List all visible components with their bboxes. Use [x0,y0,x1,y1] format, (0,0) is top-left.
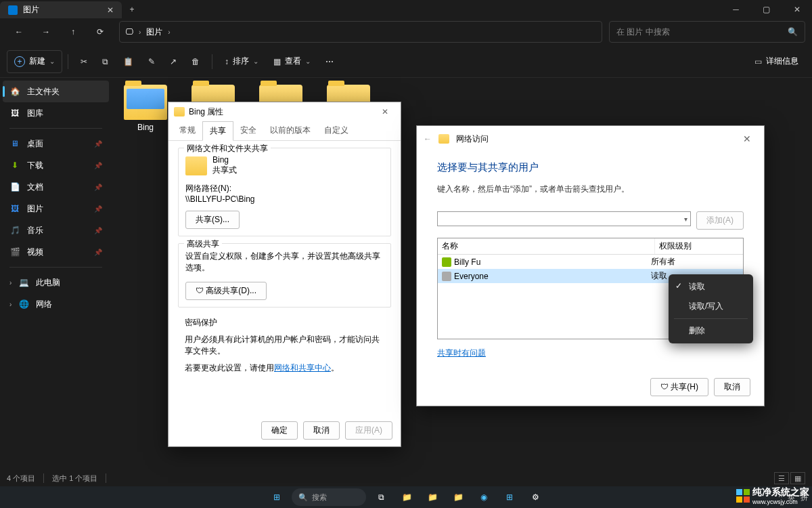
shield-icon: 🛡 [196,286,204,295]
minimize-button[interactable]: ─ [721,0,751,18]
share-button[interactable]: ↗ [163,50,183,73]
password-desc: 用户必须具有此计算机的用户帐户和密码，才能访问共享文件夹。 [185,334,384,357]
paste-button[interactable]: 📋 [116,50,140,73]
taskbar-app[interactable]: 📁 [447,488,469,507]
table-row[interactable]: Billy Fu 所有者 [438,255,743,269]
copy-button[interactable]: ⧉ [95,50,115,73]
copy-icon: ⧉ [102,57,108,66]
chevron-right-icon: › [9,279,12,287]
new-tab-button[interactable]: + [122,0,142,18]
help-link[interactable]: 共享时有问题 [437,348,486,358]
permission-context-menu: 读取 读取/写入 删除 [669,274,753,343]
tab-previous[interactable]: 以前的版本 [263,121,317,140]
close-button[interactable]: ✕ [737,133,757,144]
tab[interactable]: 图片 ✕ [0,1,122,18]
close-window-button[interactable]: ✕ [782,0,812,18]
taskbar-app[interactable]: 📁 [422,488,443,507]
selected-count: 选中 1 个项目 [52,473,97,484]
rename-button[interactable]: ✎ [141,50,162,73]
refresh-button[interactable]: ⟳ [88,21,112,43]
network-center-link[interactable]: 网络和共享中心 [274,363,331,373]
delete-button[interactable]: 🗑 [185,50,206,73]
back-button[interactable]: ← [424,134,432,144]
share-button[interactable]: 🛡 共享(H) [650,378,708,396]
cancel-button[interactable]: 取消 [714,378,750,396]
share-button[interactable]: 共享(S)... [185,211,240,229]
menu-item-readwrite[interactable]: 读取/写入 [669,297,753,316]
maximize-button[interactable]: ▢ [751,0,782,18]
sidebar-item-pictures[interactable]: 🖼图片📌 [3,198,109,219]
folder-icon [174,107,185,117]
pin-icon: 📌 [94,162,102,169]
list-view-button[interactable]: ☰ [774,472,789,484]
cut-icon: ✂ [81,57,87,66]
back-button[interactable]: ← [7,21,31,43]
more-button[interactable]: ⋯ [319,50,340,73]
sidebar-item-downloads[interactable]: ⬇下载📌 [3,154,109,176]
tab-security[interactable]: 安全 [233,121,263,140]
path-label: 网络路径(N): [185,183,384,194]
sort-button[interactable]: ↕ 排序 ⌄ [218,50,265,73]
sidebar-item-home[interactable]: 🏠主文件夹 [3,81,109,102]
taskbar-settings[interactable]: ⚙ [524,488,546,507]
sidebar-item-gallery[interactable]: 🖼图库 [3,102,109,124]
col-name[interactable]: 名称 [438,238,655,254]
tab-title: 图片 [23,4,39,16]
details-button[interactable]: ▭ 详细信息 [748,50,805,73]
details-icon: ▭ [754,57,762,66]
pin-icon: 📌 [94,205,102,213]
user-select[interactable]: ▾ [437,211,691,226]
taskbar-edge[interactable]: ◉ [473,488,495,507]
sidebar-item-music[interactable]: 🎵音乐📌 [3,219,109,241]
menu-item-read[interactable]: 读取 [669,277,753,297]
chevron-right-icon: › [9,301,12,308]
tab-general[interactable]: 常规 [173,121,202,140]
search-input[interactable]: 在 图片 中搜索 🔍 [609,21,805,43]
cut-button[interactable]: ✂ [74,50,94,73]
add-button[interactable]: 添加(A) [696,211,744,230]
breadcrumb-item[interactable]: 图片 [146,26,162,38]
desktop-icon: 🖥 [9,138,20,149]
taskbar-app[interactable]: 📁 [396,488,418,507]
col-permission[interactable]: 权限级别 [655,238,743,254]
tab-sharing[interactable]: 共享 [202,121,233,141]
up-button[interactable]: ↑ [61,21,85,43]
cancel-button[interactable]: 取消 [303,421,340,440]
menu-item-remove[interactable]: 删除 [669,321,753,341]
section-title: 网络文件和文件夹共享 [184,143,271,154]
home-icon: 🏠 [9,86,20,97]
forward-button[interactable]: → [34,21,58,43]
sidebar-item-documents[interactable]: 📄文档📌 [3,176,109,198]
subheading: 键入名称，然后单击“添加”，或者单击箭头查找用户。 [437,184,744,195]
folder-bing[interactable]: Bing [118,85,173,463]
grid-view-button[interactable]: ▦ [790,472,805,484]
apply-button[interactable]: 应用(A) [345,421,392,440]
new-button[interactable]: + 新建 ⌄ [7,50,62,73]
sidebar-item-videos[interactable]: 🎬视频📌 [3,241,109,263]
start-button[interactable]: ⊞ [266,488,288,507]
shield-icon: 🛡 [660,382,669,391]
network-path: \\BILLYFU-PC\Bing [185,194,384,204]
plus-icon: + [14,56,25,67]
taskbar-store[interactable]: ⊞ [499,488,520,507]
folder-icon [185,156,207,175]
close-button[interactable]: ✕ [375,107,395,117]
sidebar-item-desktop[interactable]: 🖥桌面📌 [3,133,109,154]
chevron-down-icon: ▾ [684,215,687,223]
view-button[interactable]: ▦ 查看 ⌄ [267,50,317,73]
breadcrumb[interactable]: 🖵 › 图片 › [119,21,602,43]
sidebar-item-network[interactable]: ›🌐网络 [3,293,109,315]
watermark-logo [736,489,750,503]
section-title: 密码保护 [185,318,217,327]
tab-custom[interactable]: 自定义 [317,121,355,140]
task-view-button[interactable]: ⧉ [370,488,392,507]
taskbar-search[interactable]: 🔍搜索 [292,488,366,506]
ok-button[interactable]: 确定 [261,421,298,440]
sidebar-item-thispc[interactable]: ›💻此电脑 [3,272,109,293]
pin-icon: 📌 [94,140,102,148]
advanced-share-button[interactable]: 🛡 高级共享(D)... [185,282,267,300]
search-placeholder: 在 图片 中搜索 [616,26,670,38]
close-tab-icon[interactable]: ✕ [107,5,114,15]
folder-icon [124,85,167,120]
chevron-down-icon: ⌄ [49,58,55,65]
